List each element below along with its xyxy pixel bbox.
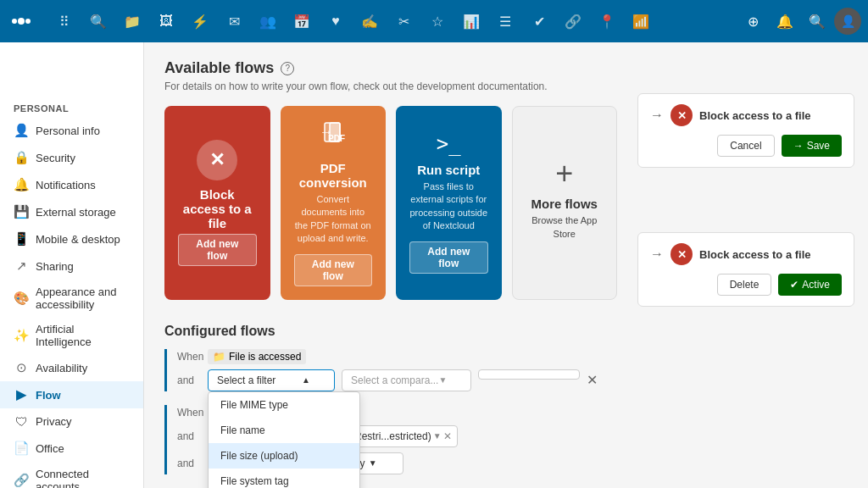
availability-icon: ⊙	[14, 360, 29, 375]
panel1-buttons: Cancel → Save	[650, 135, 842, 157]
sidebar-item-mobile[interactable]: 📱 Mobile & desktop	[0, 225, 143, 252]
active-label: Active	[802, 279, 830, 291]
top-bar-apps: ⠿ 🔍 📁 🖼 ⚡ ✉ 👥 📅 ♥ ✍ ✂ ☆ 📊 ☰ ✔ 🔗 📍 📶	[42, 6, 737, 36]
action-panel-1: → ✕ Block access to a file Cancel → Save	[637, 93, 854, 168]
svg-point-2	[25, 19, 31, 24]
script-desc: Pass files to external scripts for proce…	[409, 180, 488, 233]
sidebar-item-appearance[interactable]: 🎨 Appearance and accessibility	[0, 280, 143, 317]
sidebar: Personal 👤 Personal info 🔒 Security 🔔 No…	[0, 42, 144, 488]
svg-point-0	[18, 18, 25, 25]
notifications-icon[interactable]: 🔔	[770, 6, 800, 36]
panel1-x-icon: ✕	[677, 109, 687, 122]
analytics-icon[interactable]: 📊	[456, 6, 487, 36]
filter-value-input[interactable]	[478, 369, 580, 380]
sidebar-item-flow[interactable]: ▶ Flow	[0, 381, 143, 408]
photos-icon[interactable]: 🖼	[151, 6, 181, 36]
tasks-icon[interactable]: ✔	[524, 6, 554, 36]
user-avatar[interactable]: 👤	[834, 8, 861, 35]
sidebar-label-flow: Flow	[36, 389, 61, 402]
flow2-tag-remove[interactable]: ✕	[443, 430, 452, 442]
star-icon[interactable]: ☆	[422, 6, 453, 36]
notes-icon[interactable]: ✍	[354, 6, 385, 36]
available-flows-title: Available flows	[164, 59, 274, 77]
filter-option-size[interactable]: File size (upload)	[209, 443, 359, 469]
panel2-arrow: →	[650, 247, 664, 262]
filter-option-name[interactable]: File name	[209, 418, 359, 443]
mail-icon[interactable]: ✉	[219, 6, 249, 36]
top-bar: ⠿ 🔍 📁 🖼 ⚡ ✉ 👥 📅 ♥ ✍ ✂ ☆ 📊 ☰ ✔ 🔗 📍 📶 ⊕ 🔔 …	[0, 0, 868, 42]
apps-icon[interactable]: ⠿	[49, 6, 80, 36]
panel2-x-icon: ✕	[677, 248, 687, 261]
filter-option-mime[interactable]: File MIME type	[209, 392, 359, 418]
active-button[interactable]: ✔ Active	[778, 274, 842, 296]
bookmarks-icon[interactable]: ♥	[320, 6, 351, 36]
sidebar-item-privacy[interactable]: 🛡 Privacy	[0, 408, 143, 435]
compare-chevron-icon: ▼	[438, 375, 447, 385]
flow1-and-label: and	[177, 369, 201, 386]
script-title: Run script	[417, 163, 480, 177]
sidebar-item-office[interactable]: 📄 Office	[0, 435, 143, 462]
sidebar-item-notifications[interactable]: 🔔 Notifications	[0, 171, 143, 198]
configured-flows-title: Configured flows	[164, 324, 617, 339]
flow-card-pdf: PDF → PDF conversion Convert documents i…	[281, 106, 387, 300]
sidebar-label-appearance: Appearance and accessibility	[36, 286, 130, 311]
panel2-header: → ✕ Block access to a file	[650, 243, 842, 265]
pdf-icon: PDF →	[318, 119, 348, 156]
pdf-add-button[interactable]: Add new flow	[294, 254, 373, 286]
search-icon[interactable]: 🔍	[83, 6, 114, 36]
panel1-header: → ✕ Block access to a file	[650, 104, 842, 126]
action-panel-2: → ✕ Block access to a file Delete ✔ Acti…	[637, 232, 854, 307]
block-icon-circle: ✕	[197, 140, 237, 180]
script-add-button[interactable]: Add new flow	[409, 241, 488, 274]
sidebar-item-personal-info[interactable]: 👤 Personal info	[0, 117, 143, 144]
sidebar-label-availability: Availability	[36, 362, 87, 374]
panel1-arrow: →	[650, 108, 664, 123]
person-icon: 👤	[14, 123, 29, 138]
sidebar-item-availability[interactable]: ⊙ Availability	[0, 354, 143, 381]
help-icon[interactable]: ?	[281, 62, 294, 75]
map-icon[interactable]: 📍	[592, 6, 622, 36]
contacts-icon[interactable]: 👥	[253, 6, 283, 36]
filter-remove-button[interactable]: ✕	[587, 369, 598, 388]
storage-icon: 💾	[14, 204, 29, 219]
panel-spacer	[637, 181, 854, 232]
link-icon[interactable]: 🔗	[558, 6, 588, 36]
sidebar-item-ai[interactable]: ✨ Artificial Intelligence	[0, 317, 143, 354]
ai-icon: ✨	[14, 328, 29, 343]
script-icon: >_	[437, 132, 461, 156]
sidebar-item-connected[interactable]: 🔗 Connected accounts	[0, 462, 143, 488]
filter-dropdown-menu: File MIME type File name File size (uplo…	[208, 391, 360, 488]
sidebar-item-external-storage[interactable]: 💾 External storage	[0, 198, 143, 225]
activity-icon[interactable]: ⚡	[185, 6, 215, 36]
delete-button[interactable]: Delete	[717, 274, 772, 296]
list-icon[interactable]: ☰	[490, 6, 520, 36]
block-x-icon: ✕	[209, 149, 225, 171]
connected-icon: 🔗	[14, 473, 29, 488]
block-access-add-button[interactable]: Add new flow	[178, 234, 257, 266]
panel1-icon-circle: ✕	[670, 104, 693, 126]
calendar-icon[interactable]: 📅	[287, 6, 317, 36]
expand-icon[interactable]: ⊕	[737, 6, 768, 36]
flow2-tag-chevron[interactable]: ▼	[433, 431, 442, 441]
search-right-icon[interactable]: 🔍	[802, 6, 832, 36]
panel2-title: Block access to a file	[699, 248, 811, 261]
sidebar-item-security[interactable]: 🔒 Security	[0, 144, 143, 171]
flow2-when-label: When	[177, 407, 201, 419]
compare-select-button[interactable]: Select a compara... ▼	[342, 369, 471, 391]
filter-option-tag[interactable]: File system tag	[209, 469, 359, 488]
save-check-icon: →	[793, 140, 804, 152]
svg-text:→: →	[320, 125, 333, 139]
sidebar-label-notifications: Notifications	[36, 179, 96, 191]
sidebar-label-connected: Connected accounts	[36, 468, 130, 488]
charts-icon[interactable]: 📶	[626, 6, 656, 36]
logo[interactable]	[0, 0, 42, 42]
sidebar-item-sharing[interactable]: ↗ Sharing	[0, 252, 143, 280]
flow-1-container: When 📁 File is accessed and Select a fil…	[164, 349, 617, 391]
cut-icon[interactable]: ✂	[388, 6, 419, 36]
flow-card-script: >_ Run script Pass files to external scr…	[396, 106, 502, 300]
files-icon[interactable]: 📁	[117, 6, 147, 36]
cancel-button[interactable]: Cancel	[717, 135, 774, 157]
filter-select-button[interactable]: Select a filter ▲	[208, 369, 335, 391]
flow-card-block-access: ✕ Block access to a file Add new flow	[164, 106, 270, 300]
save-button[interactable]: → Save	[782, 135, 842, 157]
